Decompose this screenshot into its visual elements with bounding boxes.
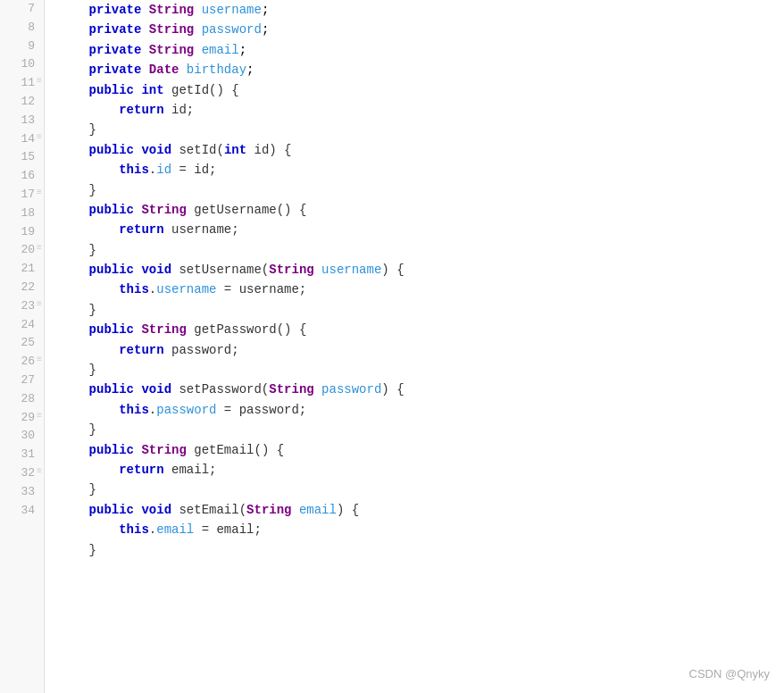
code-line-32: public void setEmail(String email) { <box>59 500 784 520</box>
code-line-17: public String getUsername() { <box>59 200 784 220</box>
code-line-16: } <box>59 180 784 200</box>
line-20: 20 <box>9 241 35 260</box>
line-17: 17 <box>9 186 35 205</box>
code-lines: private String username; private String … <box>45 0 784 693</box>
code-line-8: private String password; <box>59 20 784 39</box>
line-14: 14 <box>9 130 35 149</box>
code-line-12: return id; <box>59 100 784 120</box>
line-16: 16 <box>9 167 35 186</box>
code-line-23: public String getPassword() { <box>59 320 784 339</box>
line-7: 7 <box>9 0 35 19</box>
code-line-30: return email; <box>59 460 784 480</box>
code-line-24: return password; <box>59 340 784 360</box>
line-23: 23 <box>9 297 35 316</box>
code-line-21: this.username = username; <box>59 280 784 299</box>
line-24: 24 <box>9 316 35 335</box>
line-10: 10 <box>9 55 35 74</box>
code-line-22: } <box>59 300 784 320</box>
code-line-19: } <box>59 240 784 260</box>
line-31: 31 <box>9 446 35 464</box>
line-12: 12 <box>9 93 35 112</box>
line-27: 27 <box>9 372 35 390</box>
code-line-34: } <box>59 540 784 560</box>
code-line-27: this.password = password; <box>59 400 784 420</box>
line-9: 9 <box>9 38 35 56</box>
line-21: 21 <box>9 260 35 279</box>
line-25: 25 <box>9 334 35 353</box>
code-line-13: } <box>59 120 784 139</box>
line-32: 32 <box>9 464 35 483</box>
code-editor: 7 8 9 10 11 12 13 14 15 16 17 18 19 20 2… <box>0 0 784 693</box>
code-line-31: } <box>59 480 784 499</box>
line-11: 11 <box>9 74 35 93</box>
code-line-20: public void setUsername(String username)… <box>59 260 784 280</box>
line-18: 18 <box>9 205 35 223</box>
code-line-25: } <box>59 360 784 380</box>
code-line-28: } <box>59 420 784 439</box>
line-numbers: 7 8 9 10 11 12 13 14 15 16 17 18 19 20 2… <box>0 0 45 693</box>
line-34: 34 <box>9 502 35 521</box>
code-line-15: this.id = id; <box>59 160 784 180</box>
line-8: 8 <box>9 19 35 38</box>
code-line-14: public void setId(int id) { <box>59 140 784 160</box>
line-29: 29 <box>9 409 35 428</box>
code-line-33: this.email = email; <box>59 520 784 539</box>
line-22: 22 <box>9 279 35 297</box>
watermark: CSDN @Qnyky <box>689 665 771 684</box>
line-28: 28 <box>9 390 35 409</box>
line-19: 19 <box>9 223 35 242</box>
code-line-7: private String username; <box>59 0 784 20</box>
line-30: 30 <box>9 427 35 446</box>
code-line-26: public void setPassword(String password)… <box>59 380 784 399</box>
code-line-18: return username; <box>59 220 784 239</box>
line-13: 13 <box>9 112 35 130</box>
code-line-9: private String email; <box>59 40 784 60</box>
line-33: 33 <box>9 483 35 502</box>
line-15: 15 <box>9 148 35 167</box>
line-26: 26 <box>9 353 35 372</box>
code-line-10: private Date birthday; <box>59 60 784 79</box>
code-line-11: public int getId() { <box>59 80 784 100</box>
code-line-29: public String getEmail() { <box>59 440 784 460</box>
